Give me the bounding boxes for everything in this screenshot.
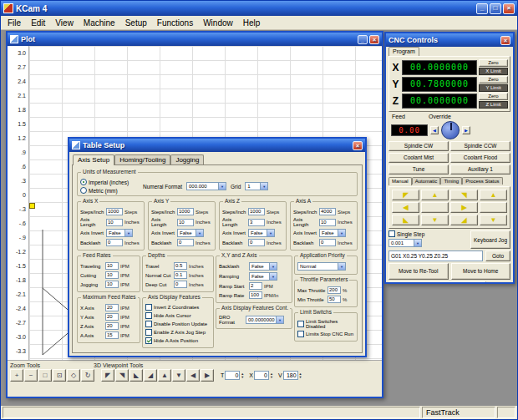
feed-rate-input[interactable]: 10 <box>105 281 119 288</box>
dialog-titlebar[interactable]: Table Setup × <box>69 139 365 152</box>
spindle-ccw-button[interactable]: Spindle CCW <box>450 141 510 151</box>
axis-zero-button[interactable]: Zero <box>479 59 508 67</box>
zoom-tool-icon[interactable]: ↻ <box>81 369 94 382</box>
dropdown-arrow-icon[interactable]: ▼ <box>338 263 345 270</box>
coolant-mist-button[interactable]: Coolant Mist <box>388 153 449 163</box>
throttle-input[interactable]: 50 <box>328 296 341 303</box>
menu-item[interactable]: Edit <box>26 18 50 28</box>
coolant-flood-button[interactable]: Coolant Flood <box>450 153 510 163</box>
axis-zero-button[interactable]: Zero <box>479 93 508 100</box>
override-decrease-icon[interactable]: ◀ <box>430 126 439 134</box>
display-feature-checkbox[interactable] <box>145 304 152 311</box>
zoom-tool-icon[interactable]: ⊡ <box>53 369 66 382</box>
dropdown-arrow-icon[interactable]: ▼ <box>269 273 277 280</box>
axis-limit-button[interactable]: Y Limit <box>479 84 508 92</box>
plot-close-icon[interactable]: × <box>369 35 379 44</box>
goto-gcode-input[interactable]: G01 X0.25 Y0.25 Z0.25 <box>388 250 483 261</box>
spinner-value[interactable]: 180 <box>283 371 298 380</box>
max-feed-input[interactable]: 20 <box>105 313 119 321</box>
dropdown-arrow-icon[interactable]: ▼ <box>124 230 132 236</box>
limit-switch-checkbox[interactable] <box>297 331 304 337</box>
throttle-input[interactable]: 200 <box>328 286 341 294</box>
spindle-cw-button[interactable]: Spindle CW <box>388 141 449 151</box>
move-to-retool-button[interactable]: Move to Re-Tool <box>388 263 449 280</box>
viewpoint-tool-icon[interactable]: ◣ <box>130 369 143 382</box>
ramp-rate-input[interactable]: 100 <box>249 291 262 299</box>
steps-input[interactable]: 1000 <box>106 208 123 215</box>
keyboard-jog-button[interactable]: Keyboard Jog <box>470 230 510 249</box>
dropdown-arrow-icon[interactable]: ▼ <box>414 240 421 246</box>
xyz-backlash-combobox[interactable]: False ▼ <box>249 262 277 271</box>
display-feature-checkbox[interactable] <box>145 312 152 319</box>
viewpoint-tool-icon[interactable]: ▲ <box>158 369 171 382</box>
dropdown-arrow-icon[interactable]: ▼ <box>338 230 345 236</box>
spinner-arrows[interactable]: ▲▼ <box>299 372 302 379</box>
goto-button[interactable]: Goto <box>485 250 510 261</box>
max-feed-input[interactable]: 20 <box>105 322 119 330</box>
dro-format-combobox[interactable]: 00.0000000 ▼ <box>246 316 284 324</box>
menu-item[interactable]: Setup <box>120 18 152 28</box>
steps-input[interactable]: 4000 <box>319 208 336 215</box>
dropdown-arrow-icon[interactable]: ▼ <box>267 230 274 236</box>
priority-combobox[interactable]: Normal ▼ <box>297 262 346 271</box>
spinner-arrows[interactable]: ▲▼ <box>270 372 273 379</box>
dropdown-arrow-icon[interactable]: ▼ <box>260 183 267 190</box>
invert-combobox[interactable]: False ▼ <box>319 229 346 237</box>
zoom-tool-icon[interactable]: + <box>10 369 23 382</box>
motors-toggle-button[interactable] <box>489 282 510 283</box>
steps-input[interactable]: 1000 <box>248 208 265 215</box>
viewpoint-tool-icon[interactable]: ▶ <box>201 369 214 382</box>
menu-item[interactable]: View <box>50 18 79 28</box>
depth-input[interactable]: 0.5 <box>174 262 187 270</box>
max-feed-input[interactable]: 20 <box>105 304 119 311</box>
spinner-arrows[interactable]: ▲▼ <box>241 372 244 379</box>
viewpoint-tool-icon[interactable]: ◥ <box>115 369 129 382</box>
zoom-tool-icon[interactable]: − <box>24 369 38 382</box>
length-input[interactable]: 3 <box>248 219 265 226</box>
metric-radio[interactable] <box>80 187 87 194</box>
steps-input[interactable]: 1000 <box>177 208 194 215</box>
cnc-mode-tab[interactable]: Process Status <box>462 177 502 185</box>
menu-item[interactable]: Help <box>238 18 266 28</box>
dropdown-arrow-icon[interactable]: ▼ <box>276 316 283 323</box>
dialog-tab[interactable]: Axis Setup <box>73 154 114 165</box>
jog-arrow-icon[interactable]: ◣ <box>392 215 419 225</box>
zoom-tool-icon[interactable]: ◇ <box>67 369 80 382</box>
cnc-close-icon[interactable]: × <box>500 36 510 45</box>
length-input[interactable]: 10 <box>319 219 336 226</box>
jog-arrow-icon[interactable]: ▲ <box>421 190 449 200</box>
ramp-start-input[interactable]: 2 <box>249 282 262 290</box>
invert-combobox[interactable]: False ▼ <box>248 229 275 237</box>
backlash-input[interactable]: 0 <box>177 239 194 246</box>
feed-rate-input[interactable]: 10 <box>105 271 119 279</box>
spinner-value[interactable]: 0 <box>225 371 240 380</box>
spinner-value[interactable]: 0 <box>254 371 269 380</box>
tool-position-marker[interactable] <box>29 203 35 209</box>
jog-arrow-icon[interactable]: ◥ <box>450 190 478 200</box>
plot-titlebar[interactable]: Plot _ × <box>8 33 382 46</box>
single-step-combobox[interactable]: 0.001 ▼ <box>388 239 422 247</box>
cnc-mode-tab[interactable]: Manual <box>388 177 412 185</box>
menu-item[interactable]: File <box>3 18 26 28</box>
jog-arrow-icon[interactable]: ▲ <box>480 190 507 200</box>
menu-item[interactable]: Window <box>198 18 238 28</box>
backlash-input[interactable]: 0 <box>248 239 265 246</box>
imperial-radio[interactable] <box>80 179 87 185</box>
depth-input[interactable]: 0.1 <box>174 271 187 279</box>
axis-zero-button[interactable]: Zero <box>479 76 508 83</box>
invert-combobox[interactable]: False ▼ <box>177 229 204 237</box>
invert-combobox[interactable]: False ▼ <box>106 229 133 237</box>
viewpoint-tool-icon[interactable]: ◀ <box>186 369 200 382</box>
viewpoint-tool-icon[interactable]: ◢ <box>144 369 157 382</box>
cnc-mode-tab[interactable]: Automatic <box>412 177 441 185</box>
menu-item[interactable]: Machine <box>79 18 120 28</box>
xyz-ramping-combobox[interactable]: False ▼ <box>249 272 277 281</box>
limit-switch-checkbox[interactable] <box>297 321 304 327</box>
cnc-titlebar[interactable]: CNC Controls × <box>386 33 513 47</box>
main-titlebar[interactable]: KCam 4 _ □ × <box>1 1 517 16</box>
dropdown-arrow-icon[interactable]: ▼ <box>218 183 226 190</box>
cnc-mode-tab[interactable]: Timing <box>440 177 462 185</box>
dialog-tab[interactable]: Homing/Tooling <box>114 154 170 164</box>
auxiliary-button[interactable]: Auxiliary 1 <box>450 164 510 175</box>
axis-limit-button[interactable]: Z Limit <box>479 101 508 109</box>
